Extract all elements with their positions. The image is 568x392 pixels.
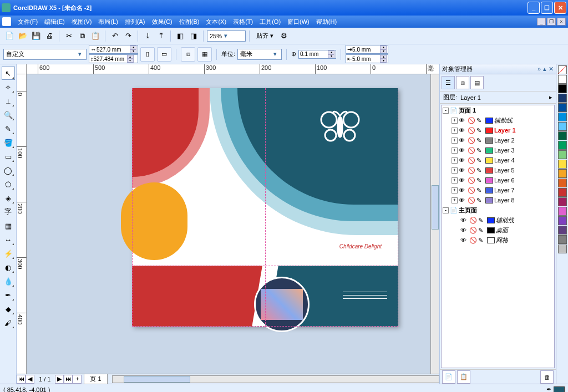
tree-row[interactable]: +👁🚫✎ Layer 4	[442, 155, 554, 165]
color-swatch[interactable]	[558, 235, 567, 244]
smart-fill-tool[interactable]: 🪣	[2, 136, 15, 149]
color-swatch[interactable]	[558, 169, 567, 178]
color-swatch[interactable]	[558, 113, 567, 121]
zoom-combo[interactable]: 25%▾	[207, 30, 246, 42]
ellipse-tool[interactable]: ◯	[2, 164, 15, 177]
tree-row[interactable]: +👁🚫✎ Layer 6	[442, 175, 554, 185]
docker-expand-icon[interactable]: »	[537, 65, 541, 73]
copy-button[interactable]: ⧉	[76, 30, 88, 42]
color-swatch[interactable]	[558, 197, 567, 206]
new-button[interactable]: 📄	[3, 30, 16, 42]
table-tool[interactable]: ▦	[2, 219, 15, 232]
rectangle-tool[interactable]: ▭	[2, 150, 15, 163]
current-page-button[interactable]: ▦	[197, 47, 212, 62]
view-pages-button[interactable]: ⧈	[456, 76, 469, 89]
page-width-input[interactable]: ↔▴▾	[89, 45, 138, 54]
import-button[interactable]: ⤓	[141, 30, 154, 42]
tree-row[interactable]: 👁🚫✎ 网格	[442, 235, 554, 245]
layer-flyout-icon[interactable]: ▸	[549, 94, 552, 101]
menu-排列A[interactable]: 排列(A)	[121, 17, 149, 27]
nudge-input[interactable]: ▴▾	[298, 50, 336, 59]
no-color-swatch[interactable]	[558, 65, 567, 74]
eyedropper-tool[interactable]: 💧	[2, 274, 15, 288]
color-swatch[interactable]	[558, 179, 567, 187]
options-button[interactable]: ⚙	[278, 30, 290, 42]
color-swatch[interactable]	[558, 216, 567, 225]
tree-row[interactable]: +👁🚫✎ Layer 3	[442, 145, 554, 155]
close-button[interactable]: ✕	[554, 2, 566, 14]
menu-布局L[interactable]: 布局(L)	[95, 17, 121, 27]
menu-视图V[interactable]: 视图(V)	[68, 17, 95, 27]
docker-close-icon[interactable]: ✕	[549, 65, 554, 73]
doc-minimize-button[interactable]: _	[537, 18, 546, 26]
units-combo[interactable]: 毫米▾	[237, 49, 282, 60]
redo-button[interactable]: ↷	[122, 30, 134, 42]
page-height-input[interactable]: ↕▴▾	[89, 54, 138, 63]
tree-row[interactable]: +👁🚫✎ 辅助线	[442, 115, 554, 125]
pick-tool[interactable]: ↖	[2, 67, 15, 80]
add-page-button[interactable]: +	[73, 375, 82, 384]
color-swatch[interactable]	[558, 188, 567, 197]
canvas[interactable]: Childcare Delight	[27, 74, 430, 374]
vertical-scrollbar[interactable]	[430, 74, 439, 374]
app-menu-icon[interactable]	[2, 17, 11, 26]
minimize-button[interactable]: _	[528, 2, 540, 14]
next-page-button[interactable]: ▶	[55, 375, 64, 384]
all-pages-button[interactable]: ⧈	[181, 47, 195, 62]
tree-row[interactable]: +👁🚫✎ Layer 7	[442, 185, 554, 195]
tree-row[interactable]: +👁🚫✎ Layer 1	[442, 125, 554, 135]
color-swatch[interactable]	[558, 75, 567, 84]
basic-shapes-tool[interactable]: ◈	[2, 191, 15, 205]
prev-page-button[interactable]: ◀	[26, 375, 34, 384]
tree-row[interactable]: - 📄 页面 1	[442, 105, 554, 115]
color-swatch[interactable]	[558, 131, 567, 140]
ruler-horizontal[interactable]: 6005004003002001000毫米	[17, 64, 439, 74]
export-button[interactable]: ⤒	[155, 30, 167, 42]
menu-表格T[interactable]: 表格(T)	[230, 17, 256, 27]
layer-tree[interactable]: - 📄 页面 1+👁🚫✎ 辅助线+👁🚫✎ Layer 1+👁🚫✎ Layer 2…	[441, 105, 555, 368]
app-launcher-button[interactable]: ◧	[174, 30, 186, 42]
fill-tool[interactable]: ◆	[2, 302, 15, 315]
menu-效果C[interactable]: 效果(C)	[149, 17, 176, 27]
color-swatch[interactable]	[558, 245, 567, 253]
crop-tool[interactable]: ⟂	[2, 94, 15, 108]
page-tab[interactable]: 页 1	[84, 374, 107, 384]
menu-帮助H[interactable]: 帮助(H)	[313, 17, 340, 27]
interactive-fill-tool[interactable]: 🖌	[2, 316, 15, 329]
tree-row[interactable]: +👁🚫✎ Layer 8	[442, 195, 554, 205]
menu-文件F[interactable]: 文件(F)	[14, 17, 41, 27]
shape-tool[interactable]: ✧	[2, 80, 15, 94]
freehand-tool[interactable]: ✎	[2, 122, 15, 135]
color-swatch[interactable]	[558, 207, 567, 216]
outline-pen-icon[interactable]: ✒	[546, 386, 551, 392]
save-button[interactable]: 💾	[30, 30, 42, 42]
color-swatch[interactable]	[558, 226, 567, 235]
print-button[interactable]: 🖨	[43, 30, 55, 42]
last-page-button[interactable]: ⏭	[64, 375, 73, 384]
text-tool[interactable]: 字	[2, 205, 15, 218]
page-preset-combo[interactable]: 自定义▾	[3, 49, 87, 60]
new-layer-button[interactable]: 📄	[442, 370, 455, 384]
color-swatch[interactable]	[558, 141, 567, 150]
maximize-button[interactable]: ☐	[541, 2, 553, 14]
snap-menu[interactable]: 贴齐 ▾	[253, 30, 277, 41]
ruler-vertical[interactable]: 0100200300400	[17, 74, 27, 374]
color-swatch[interactable]	[558, 150, 567, 159]
duplicate-x-input[interactable]: ⇥▴▾	[346, 45, 388, 54]
horizontal-scrollbar[interactable]	[112, 375, 439, 383]
view-layers-button[interactable]: ☰	[442, 76, 455, 89]
tree-row[interactable]: 👁🚫✎ 辅助线	[442, 215, 554, 225]
interactive-tool[interactable]: ◐	[2, 261, 15, 274]
open-button[interactable]: 📂	[17, 30, 29, 42]
menu-窗口W[interactable]: 窗口(W)	[284, 17, 313, 27]
outline-tool[interactable]: ✒	[2, 288, 15, 302]
color-swatch[interactable]	[558, 122, 567, 131]
polygon-tool[interactable]: ⬠	[2, 177, 15, 191]
duplicate-y-input[interactable]: ⇤▴▾	[346, 54, 388, 63]
menu-工具O[interactable]: 工具(O)	[256, 17, 284, 27]
menu-编辑E[interactable]: 编辑(E)	[41, 17, 68, 27]
menu-文本X[interactable]: 文本(X)	[202, 17, 230, 27]
tree-row[interactable]: - 📄 主页面	[442, 205, 554, 215]
doc-restore-button[interactable]: ❐	[547, 18, 556, 26]
zoom-tool[interactable]: 🔍	[2, 108, 15, 121]
